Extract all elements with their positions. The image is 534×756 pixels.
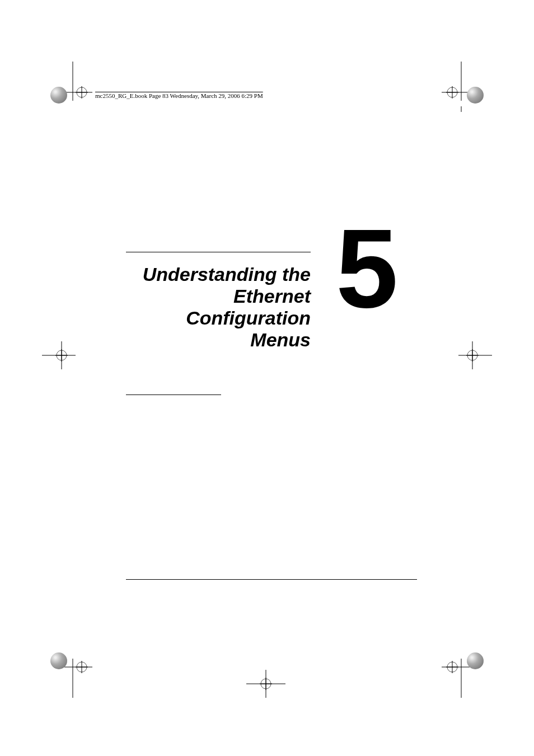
chapter-title-block: Understanding the Ethernet Configuration…	[126, 252, 311, 351]
crop-mark-icon	[42, 62, 92, 114]
chapter-title: Understanding the Ethernet Configuration…	[126, 264, 311, 351]
sub-rule	[126, 395, 221, 395]
crop-mark-icon	[246, 664, 285, 700]
print-registration-sphere-icon	[50, 87, 67, 104]
crop-mark-icon	[453, 341, 492, 372]
crop-mark-icon	[42, 341, 81, 372]
print-registration-sphere-icon	[467, 652, 484, 669]
crop-mark-icon	[42, 647, 92, 700]
print-registration-sphere-icon	[50, 652, 67, 669]
print-registration-sphere-icon	[467, 87, 484, 104]
page-header-text: mc2550_RG_E.book Page 83 Wednesday, Marc…	[95, 92, 263, 99]
bottom-rule	[126, 579, 417, 580]
chapter-number: 5	[336, 213, 398, 325]
